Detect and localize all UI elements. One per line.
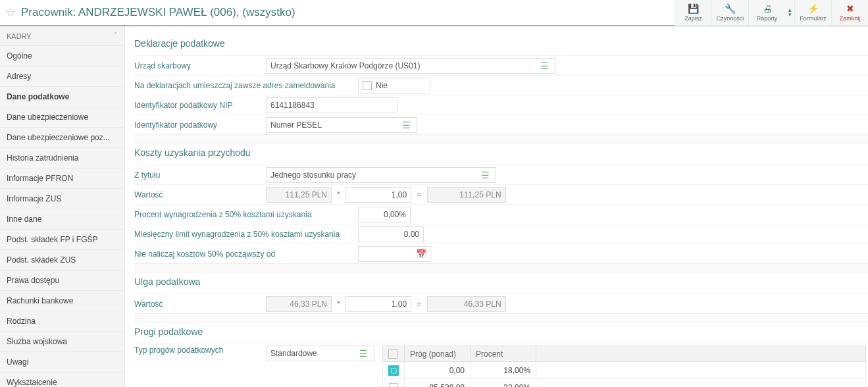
reports-button[interactable]: 🖨 Raporty [748, 0, 785, 26]
sidebar-item-zus[interactable]: Informacje ZUS [0, 189, 124, 209]
label-id-podatkowy: Identyfikator podatkowy [134, 120, 266, 130]
label-limit50: Miesięczny limit wynagrodzenia z 50% kos… [134, 230, 358, 239]
sidebar-item-historia[interactable]: Historia zatrudnienia [0, 148, 124, 168]
section-title-progi: Progi podatkowe [134, 322, 868, 344]
sidebar-item-inne[interactable]: Inne dane [0, 209, 124, 230]
bolt-icon: ⚡ [807, 3, 819, 14]
label-ztytulu: Z tytułu [134, 170, 266, 180]
save-button[interactable]: 💾 Zapisz [675, 0, 711, 26]
checkbox-nie[interactable]: Nie [358, 78, 430, 93]
section-title-ulga: Ulga podatkowa [134, 272, 868, 294]
checkbox-row[interactable] [389, 383, 398, 387]
sidebar-category-kadry[interactable]: KADRY ˄ [0, 26, 124, 46]
input-ulga-result [427, 296, 506, 312]
section-title-deklaracje: Deklaracje podatkowe [134, 34, 868, 55]
actions-button[interactable]: 🔧 Czynności [711, 0, 748, 26]
input-id-podatkowy[interactable] [266, 117, 417, 133]
sidebar-item-wyksztalcenie[interactable]: Wykształcenie [0, 373, 124, 387]
toolbar: 💾 Zapisz 🔧 Czynności 🖨 Raporty ▴▾ ⚡ Form… [675, 0, 868, 26]
label-wartosc-koszty: Wartość [134, 190, 266, 199]
label-wartosc-ulga: Wartość [134, 299, 266, 309]
page-title: Pracownik: ANDRZEJEWSKI PAWEŁ (006), (ws… [21, 6, 295, 19]
calendar-icon[interactable]: 📅 [416, 249, 426, 259]
sidebar-item-dane-podatkowe[interactable]: Dane podatkowe [0, 87, 124, 107]
input-koszty-result [427, 187, 506, 203]
table-row[interactable]: ▢ 0,00 18,00% [383, 362, 866, 379]
input-procent50[interactable] [358, 207, 411, 222]
sidebar-item-pfron[interactable]: Informacje PFRON [0, 168, 124, 189]
close-icon: ✖ [846, 3, 854, 14]
sidebar-item-rachunki[interactable]: Rachunki bankowe [0, 291, 124, 311]
sidebar-item-uwagi[interactable]: Uwagi [0, 352, 124, 373]
label-nienal50: Nie naliczaj kosztów 50% począwszy od [134, 249, 358, 259]
sidebar-item-adresy[interactable]: Adresy [0, 66, 124, 87]
printer-icon: 🖨 [763, 3, 772, 14]
input-limit50[interactable] [358, 226, 424, 242]
wrench-icon: 🔧 [725, 3, 736, 14]
sidebar-item-dane-ubezpieczeniowe-poz[interactable]: Dane ubezpieczeniowe poz... [0, 128, 124, 148]
sidebar-item-dane-ubezpieczeniowe[interactable]: Dane ubezpieczeniowe [0, 107, 124, 128]
label-adres-zameldowania: Na deklaracjach umieszczaj zawsze adres … [134, 81, 358, 90]
sidebar-item-sluzba[interactable]: Służba wojskowa [0, 332, 124, 352]
list-icon[interactable]: ☰ [477, 170, 494, 180]
sidebar: KADRY ˄ Ogólne Adresy Dane podatkowe Dan… [0, 26, 125, 387]
list-icon[interactable]: ☰ [355, 348, 372, 359]
sidebar-item-prawa[interactable]: Prawa dostępu [0, 271, 124, 291]
label-procent50: Procent wynagrodzenia z 50% kosztami uzy… [134, 210, 358, 219]
col-procent[interactable]: Procent [471, 346, 536, 362]
section-title-koszty: Koszty uzyskania przychodu [134, 143, 868, 165]
list-icon[interactable]: ☰ [398, 120, 415, 130]
input-urzad[interactable] [266, 58, 555, 74]
main-content: Deklaracje podatkowe Urząd skarbowy ☰ Na… [125, 26, 868, 387]
checkbox-row-selected[interactable]: ▢ [388, 365, 399, 376]
favorite-star-icon[interactable]: ☆ [5, 5, 16, 20]
sidebar-item-skladek-zus[interactable]: Podst. składek ZUS [0, 250, 124, 271]
save-icon: 💾 [688, 3, 699, 14]
chevron-up-icon: ˄ [114, 32, 118, 40]
input-ztytulu[interactable] [266, 167, 496, 183]
close-button[interactable]: ✖ Zamknij [831, 0, 868, 26]
progi-table: Próg (ponad) Procent ▢ 0,00 18,00% 85 52… [382, 346, 866, 387]
checkbox-icon [363, 81, 372, 90]
col-prog[interactable]: Próg (ponad) [405, 346, 471, 362]
checkbox-header[interactable] [388, 349, 397, 359]
label-nip: Identyfikator podatkowy NIP [134, 101, 266, 110]
table-row[interactable]: 85 528,00 32,00% [383, 379, 866, 388]
input-nip[interactable] [266, 97, 397, 113]
toolbar-expand[interactable]: ▴▾ [785, 0, 794, 26]
input-ulga-base [266, 296, 332, 312]
sidebar-item-ogolne[interactable]: Ogólne [0, 46, 124, 66]
input-koszty-base [266, 187, 332, 203]
label-urzad: Urząd skarbowy [134, 61, 266, 70]
form-button[interactable]: ⚡ Formularz [794, 0, 831, 26]
label-typ-progow: Typ progów podatkowych [134, 346, 266, 355]
input-koszty-mult[interactable] [345, 187, 411, 203]
list-icon[interactable]: ☰ [536, 61, 553, 71]
input-ulga-mult[interactable] [345, 296, 411, 312]
sidebar-item-rodzina[interactable]: Rodzina [0, 311, 124, 332]
sidebar-item-fp-fgsp[interactable]: Podst. składek FP i FGŚP [0, 230, 124, 250]
